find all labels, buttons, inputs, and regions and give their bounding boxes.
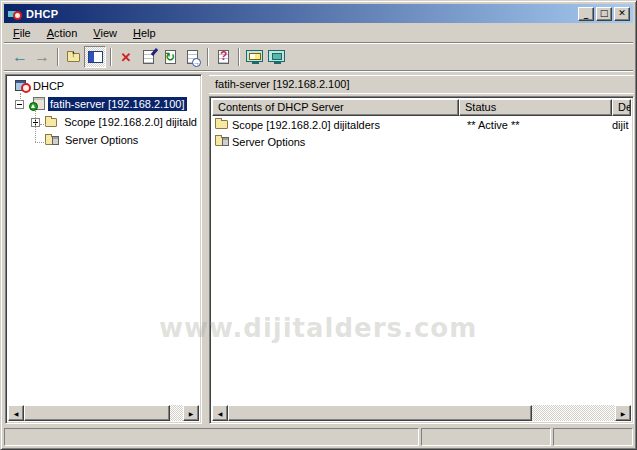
- tree-connector-line: [35, 142, 46, 143]
- column-header-description[interactable]: Des: [612, 99, 631, 116]
- dhcp-app-icon: [7, 7, 22, 20]
- options-folder-icon: [45, 136, 58, 145]
- refresh-icon: ↻: [165, 51, 175, 63]
- status-panel: [553, 428, 633, 446]
- minimize-button[interactable]: _: [578, 7, 594, 21]
- tree-item-label: Server Options: [63, 133, 140, 147]
- scrollbar-track[interactable]: [228, 405, 615, 421]
- row-description: dijit: [612, 119, 631, 131]
- tree-item-label: fatih-server [192.168.2.100]: [48, 97, 187, 111]
- tree-connector-line: [40, 124, 46, 125]
- menu-file[interactable]: File: [5, 25, 39, 41]
- scrollbar-thumb[interactable]: [228, 405, 532, 421]
- tree-horizontal-scrollbar[interactable]: ◀ ▶: [8, 405, 199, 421]
- tree-connector-line: [35, 111, 36, 142]
- list-row-scope[interactable]: Scope [192.168.2.0] dijitalders ** Activ…: [212, 116, 631, 133]
- console-window-button[interactable]: [265, 46, 287, 68]
- forward-button[interactable]: →: [31, 46, 53, 68]
- refresh-button[interactable]: ↻: [159, 46, 181, 68]
- dhcp-root-icon: [15, 79, 31, 93]
- maximize-button[interactable]: □: [596, 7, 612, 21]
- menu-view[interactable]: View: [85, 25, 125, 41]
- export-arrow-icon: →: [192, 58, 201, 67]
- status-panel: [421, 428, 551, 446]
- result-pane-banner: fatih-server [192.168.2.100]: [209, 75, 634, 94]
- list-row-server-options[interactable]: Server Options: [212, 133, 631, 150]
- list-rows: Scope [192.168.2.0] dijitalders ** Activ…: [212, 116, 631, 405]
- menu-bar: File Action View Help: [4, 23, 633, 43]
- column-header-contents[interactable]: Contents of DHCP Server: [212, 99, 459, 116]
- result-pane: fatih-server [192.168.2.100] Contents of…: [209, 74, 634, 424]
- scroll-right-button[interactable]: ▶: [183, 405, 199, 421]
- scrollbar-track[interactable]: [24, 405, 183, 421]
- tree-root-label: DHCP: [31, 79, 66, 93]
- export-list-button[interactable]: →: [181, 46, 203, 68]
- toolbar-separator: [57, 48, 58, 66]
- tree-item-dhcp-root[interactable]: DHCP: [8, 77, 199, 95]
- delete-button[interactable]: ✕: [115, 46, 137, 68]
- dhcp-console-window: DHCP _ □ ✕ File Action View Help ← → ↑ ✕…: [0, 0, 637, 450]
- title-bar[interactable]: DHCP _ □ ✕: [4, 4, 633, 23]
- menu-help[interactable]: Help: [125, 25, 164, 41]
- folder-icon: [45, 118, 58, 127]
- delete-x-icon: ✕: [121, 51, 132, 64]
- scrollbar-thumb[interactable]: [24, 405, 170, 421]
- console-tree-pane: DHCP fatih-server [192.168.2.100] Scope …: [5, 74, 202, 424]
- toolbar: ← → ↑ ✕ ↻ → ?: [4, 44, 633, 71]
- console-window-icon: [268, 50, 285, 62]
- tree-item-server[interactable]: fatih-server [192.168.2.100]: [8, 95, 199, 113]
- folder-icon: [215, 120, 228, 129]
- up-arrow-icon: ↑: [71, 50, 76, 59]
- toolbar-separator: [110, 48, 111, 66]
- toolbar-separator: [238, 48, 239, 66]
- console-book-icon: [246, 50, 263, 62]
- back-button[interactable]: ←: [9, 46, 31, 68]
- scroll-left-button[interactable]: ◀: [8, 405, 24, 421]
- pane-splitter[interactable]: [202, 74, 209, 424]
- tree-item-scope[interactable]: Scope [192.168.2.0] dijitald: [8, 113, 199, 131]
- tree-item-label: Scope [192.168.2.0] dijitald: [62, 115, 199, 129]
- tree-connector-line: [20, 93, 21, 101]
- status-bar: [4, 425, 633, 446]
- row-name: Scope [192.168.2.0] dijitalders: [232, 119, 459, 131]
- close-button[interactable]: ✕: [614, 7, 630, 21]
- show-hide-console-tree-button[interactable]: [84, 46, 106, 68]
- properties-button[interactable]: [137, 46, 159, 68]
- scroll-right-button[interactable]: ▶: [615, 405, 631, 421]
- row-name: Server Options: [232, 136, 459, 148]
- result-list-view: Contents of DHCP Server Status Des Scope…: [209, 96, 634, 424]
- menu-action[interactable]: Action: [39, 25, 86, 41]
- scroll-left-button[interactable]: ◀: [212, 405, 228, 421]
- console-book-button[interactable]: [243, 46, 265, 68]
- up-one-level-button[interactable]: ↑: [62, 46, 84, 68]
- tree-item-server-options[interactable]: Server Options: [8, 131, 199, 149]
- status-panel: [4, 428, 419, 446]
- list-column-headers: Contents of DHCP Server Status Des: [212, 99, 631, 116]
- forward-arrow-icon: →: [34, 49, 50, 65]
- back-arrow-icon: ←: [12, 49, 28, 65]
- column-header-status[interactable]: Status: [459, 99, 612, 116]
- list-horizontal-scrollbar[interactable]: ◀ ▶: [212, 405, 631, 421]
- window-title: DHCP: [26, 8, 576, 20]
- toolbar-separator: [207, 48, 208, 66]
- help-button[interactable]: ?: [212, 46, 234, 68]
- server-active-icon: [29, 97, 45, 111]
- console-tree: DHCP fatih-server [192.168.2.100] Scope …: [8, 77, 199, 405]
- options-folder-icon: [215, 137, 228, 146]
- row-status: ** Active **: [459, 119, 612, 131]
- console-tree-toggle-icon: [88, 51, 103, 63]
- help-question-icon: ?: [220, 50, 227, 62]
